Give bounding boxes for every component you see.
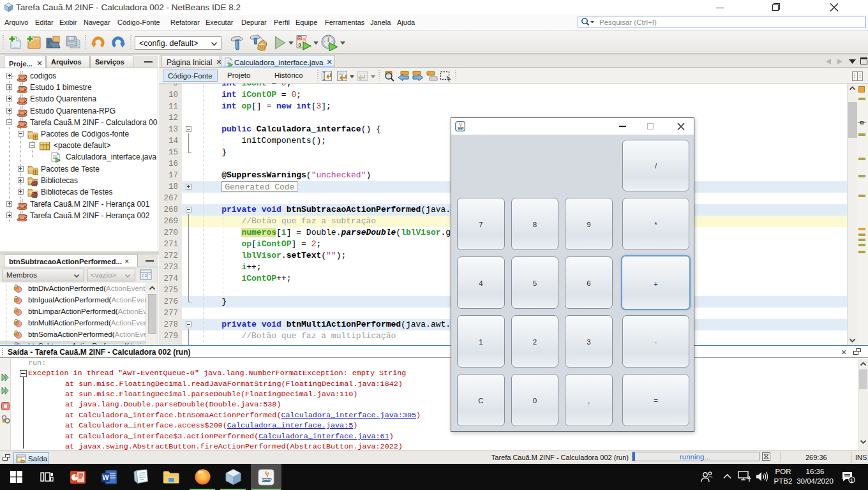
svg-text:3: 3 <box>298 42 301 48</box>
svg-text:W: W <box>102 473 109 481</box>
svg-text:1: 1 <box>850 477 853 484</box>
